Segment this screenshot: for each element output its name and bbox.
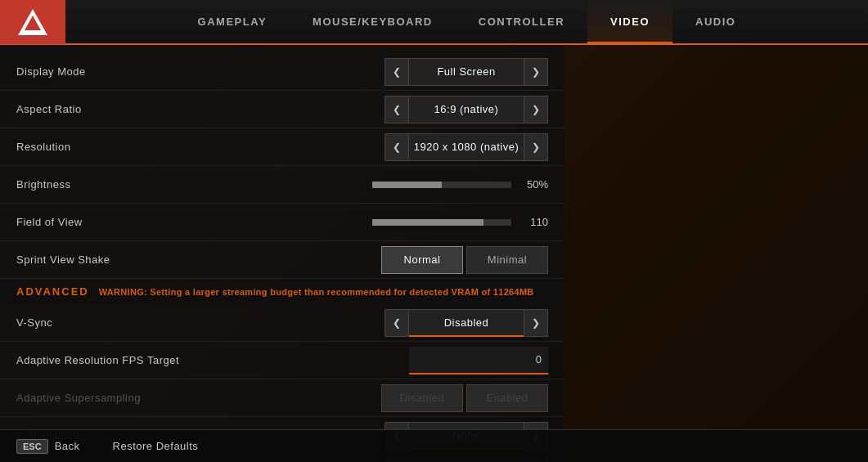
aspect-ratio-next[interactable]: ❯ [524,96,548,123]
label-adaptive-super: Adaptive Supersampling [16,392,381,404]
control-sprint-shake: Normal Minimal [381,246,548,274]
fov-track[interactable] [372,219,511,226]
navbar: GAMEPLAY MOUSE/KEYBOARD CONTROLLER VIDEO… [0,0,868,45]
brightness-fill [372,182,442,188]
label-aspect-ratio: Aspect Ratio [16,103,385,115]
bottom-bar: ESC Back Restore Defaults [0,429,868,462]
advanced-warning: WARNING: Setting a larger streaming budg… [99,287,534,297]
label-vsync: V-Sync [16,316,385,329]
fov-value: 110 [519,216,548,228]
resolution-next[interactable]: ❯ [524,133,548,161]
aspect-ratio-value: 16:9 (native) [409,96,524,123]
setting-aspect-ratio: Aspect Ratio ❮ 16:9 (native) ❯ [0,91,564,128]
back-label: Back [55,440,80,452]
control-adaptive-res [409,347,548,375]
control-vsync: ❮ Disabled ❯ [385,309,548,337]
setting-resolution: Resolution ❮ 1920 x 1080 (native) ❯ [0,128,564,166]
restore-defaults-action[interactable]: Restore Defaults [113,440,199,452]
sprint-shake-minimal[interactable]: Minimal [466,246,548,274]
settings-panel: Display Mode ❮ Full Screen ❯ Aspect Rati… [0,45,564,462]
tab-controller[interactable]: CONTROLLER [456,0,587,44]
control-resolution: ❮ 1920 x 1080 (native) ❯ [385,133,548,161]
control-brightness: 50% [372,178,548,191]
nav-tabs: GAMEPLAY MOUSE/KEYBOARD CONTROLLER VIDEO… [65,0,868,44]
adaptive-res-input[interactable] [409,347,548,375]
control-adaptive-super: Disabled Enabled [381,384,548,412]
right-panel [564,45,868,462]
control-display-mode: ❮ Full Screen ❯ [385,58,548,86]
tab-gameplay[interactable]: GAMEPLAY [175,0,290,44]
setting-vsync: V-Sync ❮ Disabled ❯ [0,304,564,342]
logo-icon [18,9,47,35]
setting-adaptive-super: Adaptive Supersampling Disabled Enabled [0,379,564,417]
label-adaptive-res: Adaptive Resolution FPS Target [16,354,409,366]
brightness-value: 50% [519,178,548,191]
sprint-shake-normal[interactable]: Normal [381,246,463,274]
vsync-prev[interactable]: ❮ [385,309,409,337]
brightness-track[interactable] [372,182,511,188]
vsync-value: Disabled [409,309,524,337]
setting-brightness: Brightness 50% [0,166,564,204]
resolution-prev[interactable]: ❮ [385,133,409,161]
label-resolution: Resolution [16,141,385,153]
label-brightness: Brightness [16,178,372,191]
settings-scroll[interactable]: Display Mode ❮ Full Screen ❯ Aspect Rati… [0,45,564,462]
tab-video[interactable]: VIDEO [587,0,672,44]
vsync-next[interactable]: ❯ [524,309,548,337]
aspect-ratio-prev[interactable]: ❮ [385,96,409,123]
setting-sprint-shake: Sprint View Shake Normal Minimal [0,241,564,279]
display-mode-value: Full Screen [409,58,524,86]
label-sprint-shake: Sprint View Shake [16,253,381,266]
tab-mouse-keyboard[interactable]: MOUSE/KEYBOARD [290,0,456,44]
back-key: ESC [16,439,48,454]
main-content: Display Mode ❮ Full Screen ❯ Aspect Rati… [0,45,868,462]
restore-label: Restore Defaults [113,440,199,452]
adaptive-super-enabled: Enabled [466,384,548,412]
resolution-value: 1920 x 1080 (native) [409,133,524,161]
label-display-mode: Display Mode [16,65,385,78]
control-aspect-ratio: ❮ 16:9 (native) ❯ [385,96,548,123]
advanced-title: ADVANCED [16,285,89,298]
display-mode-next[interactable]: ❯ [524,58,548,86]
logo [0,0,65,44]
adaptive-super-disabled: Disabled [381,384,463,412]
label-fov: Field of View [16,216,372,228]
back-action[interactable]: ESC Back [16,439,80,454]
tab-audio[interactable]: AUDIO [672,0,758,44]
fov-fill [372,219,483,226]
setting-display-mode: Display Mode ❮ Full Screen ❯ [0,53,564,91]
advanced-header: ADVANCED WARNING: Setting a larger strea… [0,279,564,304]
display-mode-prev[interactable]: ❮ [385,58,409,86]
control-fov: 110 [372,216,548,228]
setting-adaptive-res: Adaptive Resolution FPS Target [0,342,564,379]
setting-fov: Field of View 110 [0,204,564,241]
